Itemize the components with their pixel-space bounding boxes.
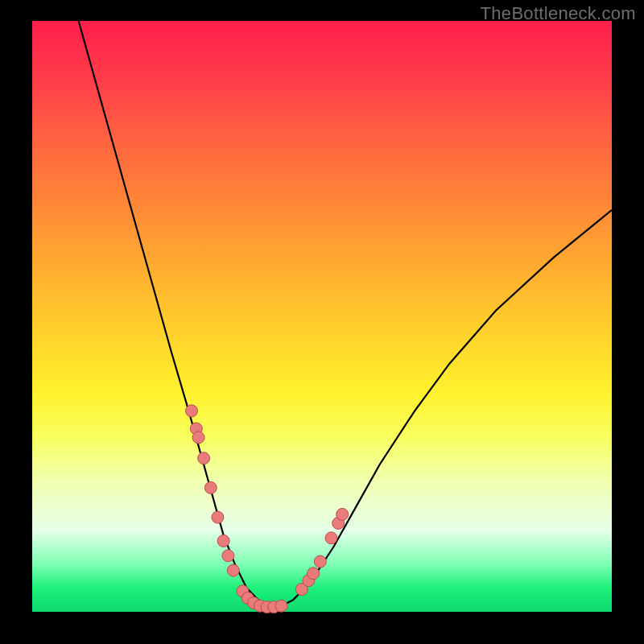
marker-dot	[227, 564, 239, 576]
marker-dot	[186, 405, 198, 417]
marker-dot	[217, 535, 229, 547]
marker-dot	[198, 452, 210, 464]
marker-dot	[308, 568, 320, 580]
marker-dot	[192, 431, 204, 444]
marker-dot	[336, 508, 349, 520]
plot-area	[32, 21, 612, 612]
marker-dot	[314, 555, 326, 568]
chart-frame: TheBottleneck.com	[0, 0, 644, 644]
marker-dot	[212, 511, 224, 523]
marker-dot	[325, 532, 337, 544]
marker-dot	[204, 481, 217, 493]
chart-svg	[32, 21, 612, 612]
marker-dot	[222, 550, 234, 562]
watermark-text: TheBottleneck.com	[481, 3, 636, 24]
marker-group	[186, 405, 349, 613]
marker-dot	[275, 600, 287, 612]
